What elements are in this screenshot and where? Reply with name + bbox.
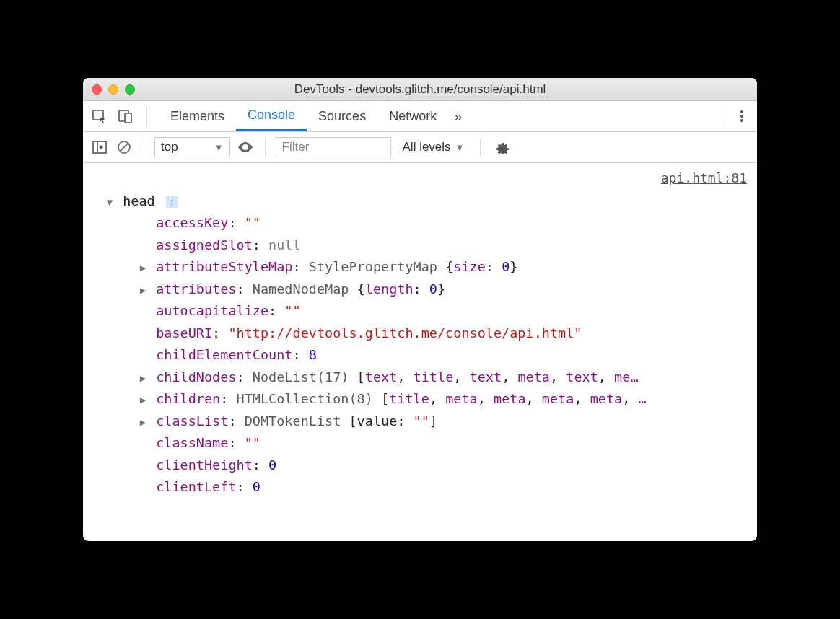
property-name: attributes bbox=[156, 281, 236, 297]
caret-down-icon: ▼ bbox=[455, 142, 465, 153]
property-name: classList bbox=[156, 413, 228, 429]
disclosure-triangle-icon[interactable]: ▶ bbox=[138, 414, 148, 431]
divider bbox=[144, 138, 144, 157]
property-row[interactable]: baseURI: "http://devtools.glitch.me/cons… bbox=[138, 322, 747, 345]
property-name: childNodes bbox=[156, 369, 236, 385]
divider bbox=[146, 107, 147, 126]
panel-tabs: Elements Console Sources Network » bbox=[159, 101, 468, 131]
property-value: 0 bbox=[268, 457, 276, 473]
property-name: clientHeight bbox=[156, 457, 253, 473]
disclosure-triangle-open-icon[interactable]: ▼ bbox=[105, 194, 115, 211]
property-row[interactable]: childElementCount: 8 bbox=[138, 344, 747, 366]
property-row[interactable]: ▶ attributes: NamedNodeMap {length: 0} bbox=[138, 278, 747, 301]
tab-console[interactable]: Console bbox=[236, 101, 307, 131]
type-name: NodeList(17) bbox=[253, 369, 349, 385]
property-row[interactable]: accessKey: "" bbox=[138, 212, 747, 234]
inspect-element-icon[interactable] bbox=[90, 107, 109, 126]
property-name: autocapitalize bbox=[156, 303, 268, 318]
console-toolbar: top ▼ All levels ▼ bbox=[83, 132, 757, 163]
spacer bbox=[138, 458, 148, 475]
divider bbox=[480, 138, 481, 157]
type-name: NamedNodeMap bbox=[253, 281, 349, 297]
property-row[interactable]: assignedSlot: null bbox=[138, 234, 747, 257]
tabs-overflow-button[interactable]: » bbox=[448, 108, 468, 125]
context-selector[interactable]: top ▼ bbox=[154, 137, 230, 157]
tab-sources[interactable]: Sources bbox=[307, 101, 377, 131]
property-name: accessKey bbox=[156, 215, 228, 230]
property-row[interactable]: clientHeight: 0 bbox=[138, 455, 747, 477]
object-label: head bbox=[123, 193, 155, 208]
type-name: StylePropertyMap bbox=[309, 259, 437, 274]
property-row[interactable]: ▶ childNodes: NodeList(17) [text, title,… bbox=[138, 366, 747, 389]
log-level-label: All levels bbox=[403, 140, 451, 154]
property-value: "" bbox=[245, 215, 261, 230]
property-name: baseURI bbox=[156, 325, 212, 341]
divider bbox=[722, 107, 722, 126]
caret-down-icon: ▼ bbox=[214, 142, 224, 153]
property-value: "" bbox=[245, 435, 261, 450]
disclosure-triangle-icon[interactable]: ▶ bbox=[138, 260, 148, 276]
object-header[interactable]: ▼ head i bbox=[105, 190, 747, 213]
spacer bbox=[138, 304, 148, 320]
svg-line-9 bbox=[121, 144, 128, 152]
property-value: "" bbox=[284, 303, 300, 318]
divider bbox=[265, 138, 266, 157]
property-name: attributeStyleMap bbox=[156, 259, 292, 274]
filter-input[interactable] bbox=[276, 137, 391, 157]
svg-rect-6 bbox=[93, 141, 106, 153]
spacer bbox=[138, 348, 148, 364]
devtools-window: DevTools - devtools.glitch.me/console/ap… bbox=[83, 78, 757, 541]
spacer bbox=[138, 238, 148, 255]
clear-console-icon[interactable] bbox=[115, 138, 134, 157]
svg-rect-2 bbox=[125, 113, 131, 123]
svg-point-3 bbox=[740, 110, 743, 113]
source-link[interactable]: api.html:81 bbox=[93, 167, 747, 189]
console-output: api.html:81 ▼ head i accessKey: "" assig… bbox=[83, 163, 757, 541]
disclosure-triangle-icon[interactable]: ▶ bbox=[138, 370, 148, 387]
property-value: "http://devtools.glitch.me/console/api.h… bbox=[228, 325, 582, 341]
property-name: assignedSlot bbox=[156, 237, 253, 253]
main-tabbar: Elements Console Sources Network » bbox=[83, 101, 757, 132]
titlebar: DevTools - devtools.glitch.me/console/ap… bbox=[83, 78, 757, 101]
property-name: clientLeft bbox=[156, 479, 236, 494]
window-title: DevTools - devtools.glitch.me/console/ap… bbox=[92, 82, 748, 97]
property-row[interactable]: ▶ children: HTMLCollection(8) [title, me… bbox=[138, 388, 747, 411]
spacer bbox=[138, 480, 148, 496]
property-value: 0 bbox=[253, 479, 261, 494]
property-name: childElementCount bbox=[156, 347, 292, 362]
disclosure-triangle-icon[interactable]: ▶ bbox=[138, 282, 148, 299]
svg-point-4 bbox=[740, 115, 743, 118]
context-value: top bbox=[161, 140, 178, 154]
spacer bbox=[138, 216, 148, 232]
settings-gear-icon[interactable] bbox=[491, 140, 514, 154]
spacer bbox=[138, 436, 148, 452]
property-value: null bbox=[268, 237, 301, 253]
device-toggle-icon[interactable] bbox=[116, 107, 135, 126]
property-row[interactable]: ▶ attributeStyleMap: StylePropertyMap {s… bbox=[138, 256, 747, 278]
disclosure-triangle-icon[interactable]: ▶ bbox=[138, 392, 148, 408]
tab-elements[interactable]: Elements bbox=[159, 101, 236, 131]
property-row[interactable]: className: "" bbox=[138, 432, 747, 455]
tab-network[interactable]: Network bbox=[377, 101, 448, 131]
property-row[interactable]: clientLeft: 0 bbox=[138, 476, 747, 499]
svg-point-5 bbox=[740, 119, 743, 122]
info-badge-icon[interactable]: i bbox=[166, 196, 178, 208]
property-value: 8 bbox=[309, 347, 317, 362]
property-row[interactable]: ▶ classList: DOMTokenList [value: ""] bbox=[138, 411, 747, 433]
property-name: children bbox=[156, 391, 220, 406]
property-name: className bbox=[156, 435, 228, 450]
property-row[interactable]: autocapitalize: "" bbox=[138, 300, 747, 322]
type-name: DOMTokenList bbox=[245, 413, 341, 429]
sidebar-toggle-icon[interactable] bbox=[90, 138, 109, 157]
spacer bbox=[138, 326, 148, 343]
type-name: HTMLCollection(8) bbox=[237, 391, 373, 406]
live-expression-icon[interactable] bbox=[236, 138, 255, 157]
log-level-selector[interactable]: All levels ▼ bbox=[397, 140, 471, 154]
kebab-menu-icon[interactable] bbox=[734, 108, 750, 124]
